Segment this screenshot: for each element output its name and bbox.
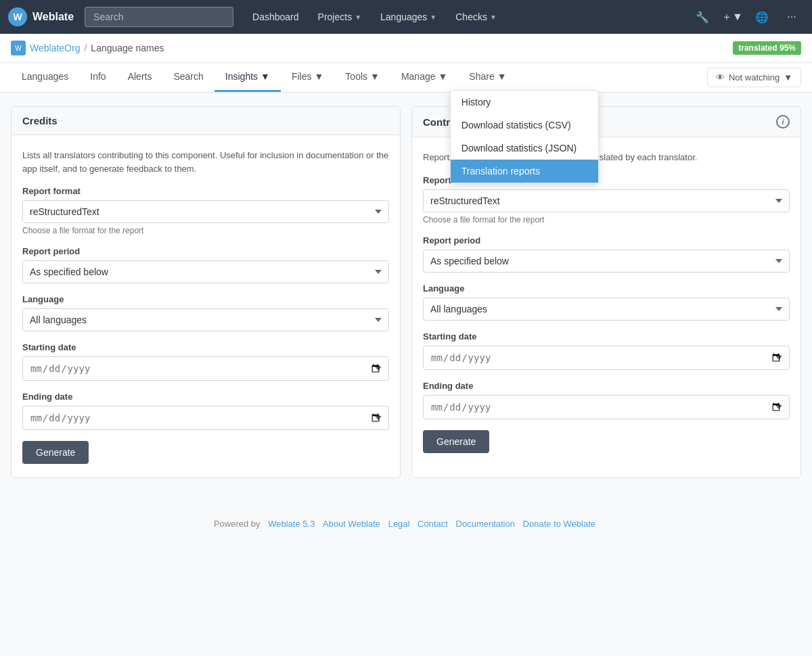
credits-ending-date-group: Ending date	[22, 392, 389, 430]
contrib-starting-date-input[interactable]	[423, 346, 790, 370]
contrib-language-label: Language	[423, 283, 790, 294]
checks-chevron-icon: ▼	[490, 14, 497, 21]
credits-card-title: Credits	[22, 115, 58, 126]
dropdown-translation-reports[interactable]: Translation reports	[451, 160, 598, 183]
dropdown-csv[interactable]: Download statistics (CSV)	[451, 114, 598, 137]
tab-info[interactable]: Info	[79, 63, 116, 92]
tab-tools[interactable]: Tools ▼	[334, 63, 390, 92]
contrib-report-format-helper: Choose a file format for the report	[423, 215, 790, 225]
user-avatar[interactable]: 🌐	[750, 5, 774, 29]
credits-report-format-label: Report format	[22, 186, 389, 196]
breadcrumb-separator: /	[84, 43, 87, 53]
contrib-ending-date-group: Ending date	[423, 381, 790, 419]
add-icon[interactable]: ＋ ▼	[720, 5, 744, 29]
tab-insights[interactable]: Insights ▼ History Download statistics (…	[215, 63, 281, 92]
insights-chevron-icon: ▼	[261, 71, 270, 82]
credits-starting-date-input[interactable]	[22, 356, 389, 381]
nav-checks[interactable]: Checks ▼	[447, 6, 505, 28]
info-icon[interactable]: i	[776, 115, 790, 128]
footer-donate-link[interactable]: Donate to Weblate	[523, 519, 595, 529]
tab-right: 👁 Not watching ▼	[707, 68, 801, 87]
projects-chevron-icon: ▼	[355, 14, 361, 21]
main-content: Credits Lists all translators contributi…	[0, 93, 812, 492]
footer-about-link[interactable]: About Weblate	[323, 519, 380, 529]
org-icon: W	[11, 41, 26, 55]
footer-weblate-link[interactable]: Weblate 5.3	[268, 519, 315, 529]
credits-starting-date-label: Starting date	[22, 342, 389, 352]
search-input[interactable]	[85, 7, 233, 27]
credits-report-period-label: Report period	[22, 246, 389, 256]
languages-chevron-icon: ▼	[430, 14, 436, 21]
contrib-starting-date-label: Starting date	[423, 331, 790, 342]
navbar-right: 🔧 ＋ ▼ 🌐 ···	[690, 5, 804, 29]
navbar: W Weblate Dashboard Projects ▼ Languages…	[0, 0, 812, 34]
nav-dashboard[interactable]: Dashboard	[244, 6, 307, 28]
contrib-report-format-select[interactable]: reStructuredTextHTMLJSON	[423, 189, 790, 212]
breadcrumb-current: Language names	[91, 43, 164, 53]
credits-language-group: Language All languages	[22, 294, 389, 331]
credits-starting-date-group: Starting date	[22, 342, 389, 381]
credits-language-label: Language	[22, 294, 389, 304]
manage-chevron-icon: ▼	[438, 71, 447, 82]
contrib-starting-date-group: Starting date	[423, 331, 790, 370]
credits-report-period-select[interactable]: As specified belowLast 7 daysLast 30 day…	[22, 260, 389, 283]
share-chevron-icon: ▼	[497, 71, 507, 82]
contrib-report-period-group: Report period As specified belowLast 7 d…	[423, 235, 790, 273]
powered-by-text: Powered by	[214, 519, 261, 529]
nav-projects[interactable]: Projects ▼	[310, 6, 369, 28]
add-chevron-icon: ▼	[732, 11, 743, 23]
contrib-language-select[interactable]: All languages	[423, 298, 790, 321]
translated-badge: translated 95%	[733, 41, 801, 55]
tab-bar: Languages Info Alerts Search Insights ▼ …	[0, 63, 812, 93]
dropdown-json[interactable]: Download statistics (JSON)	[451, 137, 598, 160]
credits-ending-date-label: Ending date	[22, 392, 389, 402]
brand[interactable]: W Weblate	[8, 7, 74, 26]
footer-documentation-link[interactable]: Documentation	[456, 519, 515, 529]
breadcrumb-org[interactable]: WeblateOrg	[30, 43, 80, 53]
ellipsis-icon[interactable]: ···	[780, 5, 804, 29]
nav-links: Dashboard Projects ▼ Languages ▼ Checks …	[244, 6, 505, 28]
credits-generate-button[interactable]: Generate	[22, 441, 89, 464]
contrib-report-period-select[interactable]: As specified belowLast 7 daysLast 30 day…	[423, 250, 790, 273]
tab-alerts[interactable]: Alerts	[117, 63, 163, 92]
brand-name: Weblate	[32, 11, 74, 23]
dropdown-history[interactable]: History	[451, 91, 598, 114]
credits-report-period-group: Report period As specified belowLast 7 d…	[22, 246, 389, 283]
credits-report-format-helper: Choose a file format for the report	[22, 226, 389, 235]
tab-manage[interactable]: Manage ▼	[390, 63, 458, 92]
tab-share[interactable]: Share ▼	[458, 63, 517, 92]
footer-contact-link[interactable]: Contact	[418, 519, 448, 529]
credits-report-format-group: Report format reStructuredTextHTMLJSON C…	[22, 186, 389, 235]
footer-legal-link[interactable]: Legal	[388, 519, 410, 529]
insights-dropdown: History Download statistics (CSV) Downlo…	[450, 90, 599, 183]
contributor-stats-card-body: Reports the number of strings and words …	[412, 137, 800, 467]
tab-search[interactable]: Search	[162, 63, 214, 92]
credits-card-body: Lists all translators contributing to th…	[12, 135, 400, 477]
contrib-generate-button[interactable]: Generate	[423, 430, 489, 453]
credits-report-format-select[interactable]: reStructuredTextHTMLJSON	[22, 200, 389, 223]
contrib-ending-date-label: Ending date	[423, 381, 790, 391]
eye-icon: 👁	[716, 72, 725, 83]
files-chevron-icon: ▼	[314, 71, 323, 82]
credits-card-header: Credits	[12, 107, 400, 135]
footer: Powered by Weblate 5.3 About Weblate Leg…	[0, 505, 812, 542]
credits-ending-date-input[interactable]	[22, 406, 389, 430]
credits-language-select[interactable]: All languages	[22, 308, 389, 331]
tab-languages[interactable]: Languages	[11, 63, 79, 92]
credits-description: Lists all translators contributing to th…	[22, 149, 389, 175]
breadcrumb-bar: W WeblateOrg / Language names translated…	[0, 34, 812, 63]
not-watching-button[interactable]: 👁 Not watching ▼	[707, 68, 801, 87]
contrib-ending-date-input[interactable]	[423, 395, 790, 419]
tools-chevron-icon: ▼	[370, 71, 380, 82]
credits-card: Credits Lists all translators contributi…	[11, 106, 401, 478]
breadcrumb: W WeblateOrg / Language names	[11, 41, 164, 55]
contrib-language-group: Language All languages	[423, 283, 790, 321]
nav-languages[interactable]: Languages ▼	[372, 6, 445, 28]
contrib-report-period-label: Report period	[423, 235, 790, 245]
brand-icon: W	[8, 7, 27, 26]
watching-chevron-icon: ▼	[784, 72, 792, 83]
wrench-icon[interactable]: 🔧	[690, 5, 715, 29]
tab-files[interactable]: Files ▼	[281, 63, 334, 92]
